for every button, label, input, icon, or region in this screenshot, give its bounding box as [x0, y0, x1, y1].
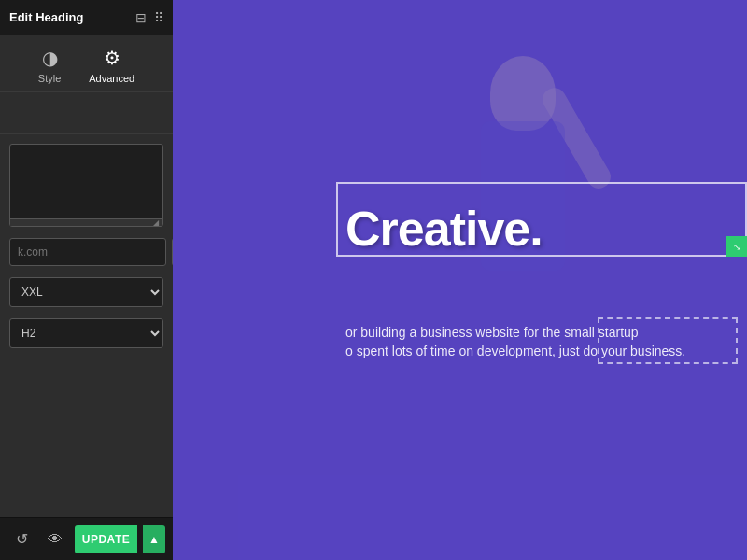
- resize-icon: ◢: [153, 218, 159, 227]
- style-icon: ◑: [42, 47, 58, 69]
- canvas-heading[interactable]: Creative.: [345, 201, 543, 257]
- textarea-resize-handle[interactable]: ◢: [10, 218, 162, 226]
- tag-select[interactable]: H2 H1 H3 H4 H5 H6 div span p: [9, 318, 163, 348]
- heading-textarea[interactable]: [10, 145, 162, 215]
- link-input[interactable]: [9, 238, 166, 266]
- text-area-container: ◢: [9, 144, 163, 227]
- update-arrow-button[interactable]: ▲: [143, 525, 165, 553]
- panel-header-icons: ⊟ ⠿: [135, 10, 163, 25]
- tab-style-label: Style: [38, 73, 61, 84]
- panel-header: Edit Heading ⊟ ⠿: [0, 0, 173, 35]
- update-arrow-icon: ▲: [148, 533, 160, 546]
- panel-content: ◢ ⚙ XXL XL L M S XS H2 H1 H3 H4: [0, 134, 173, 517]
- person-figure: [392, 28, 654, 551]
- link-input-row: ⚙: [9, 238, 163, 266]
- size-select-row: XXL XL L M S XS: [9, 277, 163, 307]
- panel-footer: ↺ 👁 UPDATE ▲: [0, 517, 173, 560]
- tab-advanced-label: Advanced: [89, 73, 134, 84]
- canvas-subtext1: or building a business website for the s…: [345, 322, 639, 343]
- size-select[interactable]: XXL XL L M S XS: [9, 277, 163, 307]
- advanced-icon: ⚙: [104, 47, 120, 69]
- undo-button[interactable]: ↺: [7, 525, 35, 553]
- update-button[interactable]: UPDATE: [75, 525, 137, 553]
- edit-panel: Edit Heading ⊟ ⠿ ◑ Style ⚙ Advanced ◢: [0, 0, 173, 560]
- panel-title: Edit Heading: [9, 10, 83, 24]
- minimize-icon[interactable]: ⊟: [135, 10, 147, 25]
- grid-view-icon[interactable]: ⠿: [154, 10, 163, 25]
- canvas-subtext2: o spent lots of time on development, jus…: [345, 343, 685, 358]
- tab-style[interactable]: ◑ Style: [38, 47, 61, 84]
- main-canvas: ⤡ Creative. or building a business websi…: [173, 0, 747, 560]
- panel-tabs: ◑ Style ⚙ Advanced: [0, 35, 173, 92]
- tab-advanced[interactable]: ⚙ Advanced: [89, 47, 134, 84]
- preview-button[interactable]: 👁: [41, 525, 69, 553]
- tag-select-row: H2 H1 H3 H4 H5 H6 div span p: [9, 318, 163, 348]
- empty-section: [0, 92, 173, 134]
- link-settings-button[interactable]: ⚙: [172, 238, 173, 266]
